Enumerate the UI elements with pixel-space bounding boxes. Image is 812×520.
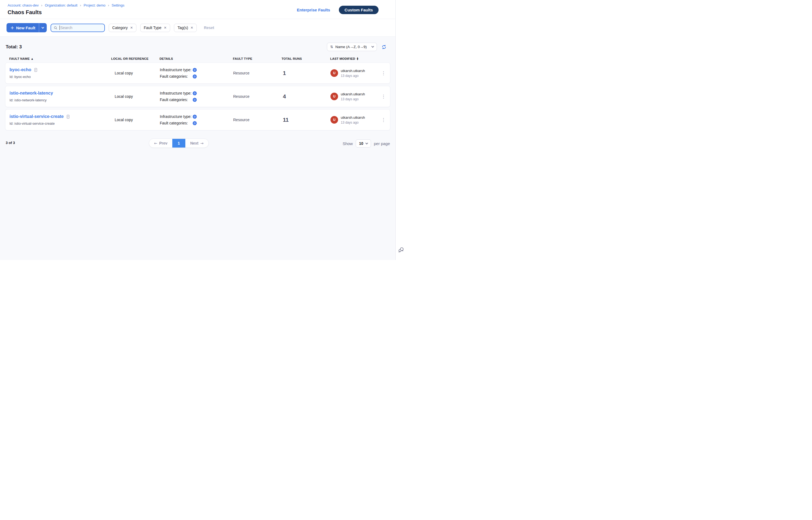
modified-by-user: utkarsh.utkarsh (341, 69, 365, 73)
next-page-button[interactable]: Next → (185, 139, 208, 148)
arrow-right-icon: → (200, 141, 204, 145)
clipboard-icon[interactable] (34, 68, 37, 72)
column-header-fault-name[interactable]: FAULT NAME ▲ (9, 57, 111, 60)
column-header-local-or-reference: LOCAL OR REFERENCE (111, 57, 159, 60)
new-fault-label: New Fault (16, 26, 35, 30)
column-header-last-modified[interactable]: LAST MODIFIED ▲▼ (330, 57, 378, 60)
table-header: FAULT NAME ▲ LOCAL OR REFERENCE DETAILS … (5, 57, 390, 62)
custom-faults-button[interactable]: Custom Faults (339, 6, 379, 14)
kubernetes-icon (193, 91, 197, 96)
modified-by-user: utkarsh.utkarsh (341, 92, 365, 96)
table-row: byoc-echo Id: byoc-echo Local copy (5, 62, 390, 84)
new-fault-dropdown-button[interactable] (39, 23, 47, 32)
local-or-reference-cell: Local copy (111, 94, 160, 99)
kubernetes-icon (193, 98, 197, 102)
last-modified-cell: U utkarsh.utkarsh 13 days ago (330, 115, 378, 125)
local-or-reference-cell: Local copy (111, 71, 160, 75)
row-menu-button[interactable]: ⋮ (378, 93, 390, 100)
close-icon[interactable]: ✕ (191, 26, 193, 30)
infrastructure-type-label: Infrastructure type: (160, 114, 193, 119)
arrow-left-icon: ← (154, 141, 157, 145)
filter-chip-tags[interactable]: Tag(s) ✕ (174, 24, 197, 32)
kubernetes-icon (193, 74, 197, 79)
breadcrumb-settings-link[interactable]: Settings (112, 3, 124, 7)
fault-id: Id: istio-network-latency (9, 98, 111, 102)
next-label: Next (190, 141, 198, 145)
total-runs-cell: 1 (282, 70, 330, 76)
filter-chip-fault-type[interactable]: Fault Type ✕ (140, 24, 170, 32)
breadcrumb-organization-link[interactable]: Organization: default (45, 3, 77, 7)
enterprise-faults-link[interactable]: Enterprise Faults (297, 8, 330, 12)
fault-categories-label: Fault categories: (160, 121, 193, 125)
chevron-down-icon (42, 26, 44, 28)
column-label: TOTAL RUNS (282, 57, 302, 60)
sort-dropdown[interactable]: ⇅ Name (A→Z, 0→9) (327, 43, 377, 51)
plus-icon: + (10, 26, 14, 30)
filter-chip-label: Fault Type (144, 26, 161, 30)
breadcrumb-account-link[interactable]: Account: chaos-dev (8, 3, 39, 7)
fault-name-link[interactable]: istio-virtual-service-create (9, 114, 64, 119)
fault-name-cell: istio-virtual-service-create Id: istio-v… (9, 114, 111, 126)
modified-date: 13 days ago (341, 74, 365, 78)
prev-page-button[interactable]: ← Prev (149, 139, 172, 148)
toolbar: + New Fault Category ✕ Fault Type ✕ Tag(… (0, 19, 396, 37)
column-header-fault-type: FAULT TYPE (233, 57, 282, 60)
row-menu-button[interactable]: ⋮ (378, 116, 390, 123)
fault-id: Id: istio-virtual-service-create (9, 122, 111, 126)
fault-name-cell: istio-network-latency Id: istio-network-… (9, 91, 111, 102)
modified-date: 13 days ago (341, 121, 365, 125)
fault-name-link[interactable]: istio-network-latency (9, 91, 53, 96)
close-icon[interactable]: ✕ (130, 26, 133, 30)
new-fault-button[interactable]: + New Fault (6, 23, 39, 32)
pager: ← Prev 1 Next → (149, 138, 209, 148)
row-menu-button[interactable]: ⋮ (378, 70, 390, 77)
filter-chip-label: Tag(s) (177, 26, 188, 30)
search-input[interactable] (60, 26, 102, 30)
page-size-value: 10 (359, 141, 363, 146)
infrastructure-type-label: Infrastructure type: (160, 68, 193, 72)
sort-dropdown-value: Name (A→Z, 0→9) (335, 45, 367, 49)
total-count: Total: 3 (6, 44, 22, 50)
reset-filters-button[interactable]: Reset (204, 26, 214, 30)
page-header: Account: chaos-dev › Organization: defau… (0, 0, 396, 19)
fault-name-cell: byoc-echo Id: byoc-echo (9, 68, 111, 79)
chevron-right-icon: › (80, 3, 81, 7)
refresh-button[interactable] (382, 45, 386, 49)
sort-ascending-icon: ▲ (31, 58, 33, 60)
clipboard-icon[interactable] (66, 115, 70, 119)
fault-name-link[interactable]: byoc-echo (9, 68, 31, 72)
page-number-button[interactable]: 1 (172, 139, 185, 148)
new-fault-split-button: + New Fault (6, 23, 47, 32)
sort-both-icon: ▲▼ (357, 57, 358, 60)
fault-type-cell: Resource (233, 94, 282, 99)
total-runs-cell: 11 (282, 117, 330, 123)
fault-categories-label: Fault categories: (160, 98, 193, 102)
chat-widget-button[interactable] (398, 247, 404, 254)
page-size-select[interactable]: 10 (356, 139, 371, 148)
avatar: U (330, 116, 338, 124)
breadcrumb-project-link[interactable]: Project: demo (84, 3, 105, 7)
column-header-details: DETAILS (159, 57, 233, 60)
main-area: Account: chaos-dev › Organization: defau… (0, 0, 396, 260)
sort-updown-icon: ⇅ (330, 45, 333, 49)
last-modified-cell: U utkarsh.utkarsh 13 days ago (330, 69, 378, 78)
search-icon (54, 26, 57, 30)
chevron-down-icon (372, 45, 374, 48)
kubernetes-icon (193, 114, 197, 119)
details-cell: Infrastructure type: Fault categories: (160, 68, 233, 79)
content-area: Total: 3 ⇅ Name (A→Z, 0→9) (0, 37, 396, 260)
per-page-label: per page (374, 141, 390, 146)
avatar: U (330, 69, 338, 77)
close-icon[interactable]: ✕ (164, 26, 167, 30)
column-label: LAST MODIFIED (330, 57, 355, 60)
table-row: istio-network-latency Id: istio-network-… (5, 86, 390, 107)
filter-chip-category[interactable]: Category ✕ (109, 24, 136, 32)
page-size-area: Show 10 per page (343, 139, 390, 148)
pagination-bar: 3 of 3 ← Prev 1 Next → Show 10 per page (0, 138, 396, 148)
infrastructure-type-label: Infrastructure type: (160, 91, 193, 95)
fault-type-cell: Resource (233, 71, 282, 75)
chevron-right-icon: › (41, 3, 43, 7)
avatar: U (330, 93, 338, 100)
chevron-down-icon (365, 141, 368, 144)
text-caret (59, 26, 60, 30)
